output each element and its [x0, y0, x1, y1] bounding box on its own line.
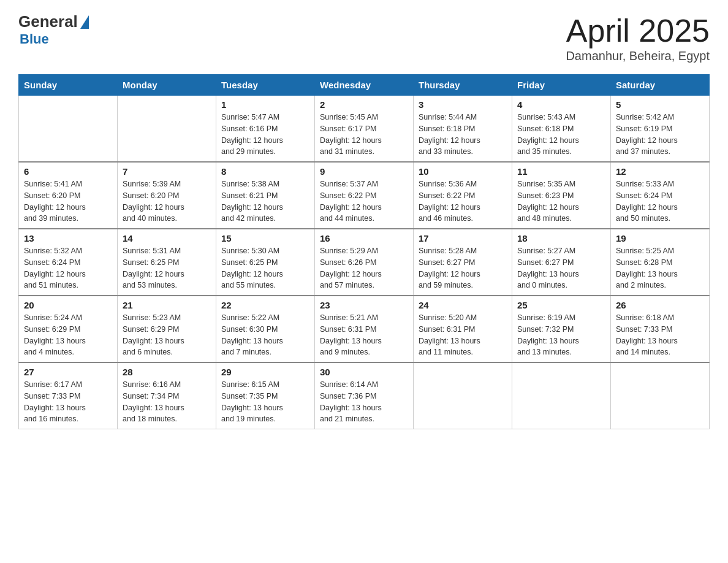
- day-number: 17: [419, 233, 507, 243]
- day-info: Sunrise: 5:22 AM Sunset: 6:30 PM Dayligh…: [221, 312, 309, 358]
- header-monday: Monday: [118, 75, 216, 96]
- day-number: 27: [24, 367, 112, 377]
- header-friday: Friday: [512, 75, 611, 96]
- day-info: Sunrise: 5:28 AM Sunset: 6:27 PM Dayligh…: [419, 245, 507, 291]
- day-info: Sunrise: 5:20 AM Sunset: 6:31 PM Dayligh…: [419, 312, 507, 358]
- day-info: Sunrise: 5:44 AM Sunset: 6:18 PM Dayligh…: [419, 112, 507, 158]
- calendar-cell: 19Sunrise: 5:25 AM Sunset: 6:28 PM Dayli…: [611, 229, 710, 296]
- calendar-cell: 25Sunrise: 6:19 AM Sunset: 7:32 PM Dayli…: [512, 296, 611, 362]
- day-info: Sunrise: 6:18 AM Sunset: 7:33 PM Dayligh…: [616, 312, 704, 358]
- calendar-cell: [512, 362, 611, 429]
- calendar-cell: 13Sunrise: 5:32 AM Sunset: 6:24 PM Dayli…: [19, 229, 118, 296]
- day-info: Sunrise: 5:45 AM Sunset: 6:17 PM Dayligh…: [320, 112, 408, 158]
- day-info: Sunrise: 6:17 AM Sunset: 7:33 PM Dayligh…: [24, 379, 112, 425]
- calendar-title: April 2025: [566, 12, 710, 49]
- day-number: 9: [320, 166, 408, 177]
- calendar-cell: 7Sunrise: 5:39 AM Sunset: 6:20 PM Daylig…: [118, 162, 216, 229]
- day-info: Sunrise: 5:30 AM Sunset: 6:25 PM Dayligh…: [221, 245, 309, 291]
- day-info: Sunrise: 5:32 AM Sunset: 6:24 PM Dayligh…: [24, 245, 112, 291]
- calendar-cell: 5Sunrise: 5:42 AM Sunset: 6:19 PM Daylig…: [611, 96, 710, 163]
- day-info: Sunrise: 5:47 AM Sunset: 6:16 PM Dayligh…: [221, 112, 309, 158]
- logo-triangle-icon: [80, 15, 89, 29]
- day-number: 14: [123, 233, 211, 243]
- calendar-cell: 17Sunrise: 5:28 AM Sunset: 6:27 PM Dayli…: [414, 229, 512, 296]
- calendar-cell: 28Sunrise: 6:16 AM Sunset: 7:34 PM Dayli…: [118, 362, 216, 429]
- calendar-header-row: SundayMondayTuesdayWednesdayThursdayFrid…: [19, 75, 710, 96]
- day-info: Sunrise: 5:39 AM Sunset: 6:20 PM Dayligh…: [123, 178, 211, 224]
- day-number: 6: [24, 166, 112, 177]
- calendar-cell: 20Sunrise: 5:24 AM Sunset: 6:29 PM Dayli…: [19, 296, 118, 362]
- title-block: April 2025 Damanhur, Beheira, Egypt: [566, 12, 710, 63]
- day-info: Sunrise: 5:38 AM Sunset: 6:21 PM Dayligh…: [221, 178, 309, 224]
- day-number: 21: [123, 300, 211, 310]
- day-info: Sunrise: 5:43 AM Sunset: 6:18 PM Dayligh…: [517, 112, 605, 158]
- day-number: 13: [24, 233, 112, 243]
- day-info: Sunrise: 5:23 AM Sunset: 6:29 PM Dayligh…: [123, 312, 211, 358]
- calendar-cell: [414, 362, 512, 429]
- day-number: 20: [24, 300, 112, 310]
- calendar-cell: 4Sunrise: 5:43 AM Sunset: 6:18 PM Daylig…: [512, 96, 611, 163]
- day-number: 18: [517, 233, 605, 243]
- calendar-cell: 6Sunrise: 5:41 AM Sunset: 6:20 PM Daylig…: [19, 162, 118, 229]
- calendar-week-1: 1Sunrise: 5:47 AM Sunset: 6:16 PM Daylig…: [19, 96, 710, 163]
- day-info: Sunrise: 5:21 AM Sunset: 6:31 PM Dayligh…: [320, 312, 408, 358]
- calendar-cell: 22Sunrise: 5:22 AM Sunset: 6:30 PM Dayli…: [216, 296, 315, 362]
- day-number: 22: [221, 300, 309, 310]
- calendar-cell: 21Sunrise: 5:23 AM Sunset: 6:29 PM Dayli…: [118, 296, 216, 362]
- day-info: Sunrise: 5:35 AM Sunset: 6:23 PM Dayligh…: [517, 178, 605, 224]
- day-number: 24: [419, 300, 507, 310]
- calendar-cell: 18Sunrise: 5:27 AM Sunset: 6:27 PM Dayli…: [512, 229, 611, 296]
- day-number: 11: [517, 166, 605, 177]
- header-thursday: Thursday: [414, 75, 512, 96]
- day-number: 4: [517, 99, 605, 110]
- day-info: Sunrise: 5:29 AM Sunset: 6:26 PM Dayligh…: [320, 245, 408, 291]
- day-number: 30: [320, 367, 408, 377]
- day-number: 16: [320, 233, 408, 243]
- day-number: 28: [123, 367, 211, 377]
- logo-blue-text: Blue: [20, 31, 49, 47]
- calendar-cell: 1Sunrise: 5:47 AM Sunset: 6:16 PM Daylig…: [216, 96, 315, 163]
- calendar-week-2: 6Sunrise: 5:41 AM Sunset: 6:20 PM Daylig…: [19, 162, 710, 229]
- calendar-cell: 9Sunrise: 5:37 AM Sunset: 6:22 PM Daylig…: [315, 162, 414, 229]
- day-number: 29: [221, 367, 309, 377]
- calendar-cell: 16Sunrise: 5:29 AM Sunset: 6:26 PM Dayli…: [315, 229, 414, 296]
- calendar-week-4: 20Sunrise: 5:24 AM Sunset: 6:29 PM Dayli…: [19, 296, 710, 362]
- calendar-cell: 8Sunrise: 5:38 AM Sunset: 6:21 PM Daylig…: [216, 162, 315, 229]
- day-number: 15: [221, 233, 309, 243]
- day-info: Sunrise: 6:19 AM Sunset: 7:32 PM Dayligh…: [517, 312, 605, 358]
- calendar-subtitle: Damanhur, Beheira, Egypt: [566, 49, 710, 63]
- day-number: 3: [419, 99, 507, 110]
- page-header: General Blue April 2025 Damanhur, Beheir…: [18, 12, 710, 63]
- day-info: Sunrise: 5:31 AM Sunset: 6:25 PM Dayligh…: [123, 245, 211, 291]
- header-wednesday: Wednesday: [315, 75, 414, 96]
- day-info: Sunrise: 5:41 AM Sunset: 6:20 PM Dayligh…: [24, 178, 112, 224]
- day-info: Sunrise: 6:14 AM Sunset: 7:36 PM Dayligh…: [320, 379, 408, 425]
- calendar-cell: 14Sunrise: 5:31 AM Sunset: 6:25 PM Dayli…: [118, 229, 216, 296]
- day-number: 12: [616, 166, 704, 177]
- calendar-cell: 12Sunrise: 5:33 AM Sunset: 6:24 PM Dayli…: [611, 162, 710, 229]
- calendar-cell: 3Sunrise: 5:44 AM Sunset: 6:18 PM Daylig…: [414, 96, 512, 163]
- calendar-cell: 29Sunrise: 6:15 AM Sunset: 7:35 PM Dayli…: [216, 362, 315, 429]
- day-info: Sunrise: 5:25 AM Sunset: 6:28 PM Dayligh…: [616, 245, 704, 291]
- calendar-cell: 27Sunrise: 6:17 AM Sunset: 7:33 PM Dayli…: [19, 362, 118, 429]
- day-info: Sunrise: 5:33 AM Sunset: 6:24 PM Dayligh…: [616, 178, 704, 224]
- day-info: Sunrise: 6:16 AM Sunset: 7:34 PM Dayligh…: [123, 379, 211, 425]
- header-saturday: Saturday: [611, 75, 710, 96]
- calendar-cell: [611, 362, 710, 429]
- day-info: Sunrise: 5:42 AM Sunset: 6:19 PM Dayligh…: [616, 112, 704, 158]
- day-number: 1: [221, 99, 309, 110]
- day-info: Sunrise: 5:37 AM Sunset: 6:22 PM Dayligh…: [320, 178, 408, 224]
- day-info: Sunrise: 6:15 AM Sunset: 7:35 PM Dayligh…: [221, 379, 309, 425]
- day-info: Sunrise: 5:24 AM Sunset: 6:29 PM Dayligh…: [24, 312, 112, 358]
- calendar-cell: [118, 96, 216, 163]
- day-number: 8: [221, 166, 309, 177]
- calendar-cell: [19, 96, 118, 163]
- logo: General Blue: [18, 12, 89, 47]
- calendar-cell: 24Sunrise: 5:20 AM Sunset: 6:31 PM Dayli…: [414, 296, 512, 362]
- calendar-cell: 15Sunrise: 5:30 AM Sunset: 6:25 PM Dayli…: [216, 229, 315, 296]
- logo-general-text: General: [18, 12, 78, 31]
- calendar-cell: 2Sunrise: 5:45 AM Sunset: 6:17 PM Daylig…: [315, 96, 414, 163]
- day-number: 25: [517, 300, 605, 310]
- calendar-cell: 11Sunrise: 5:35 AM Sunset: 6:23 PM Dayli…: [512, 162, 611, 229]
- day-number: 23: [320, 300, 408, 310]
